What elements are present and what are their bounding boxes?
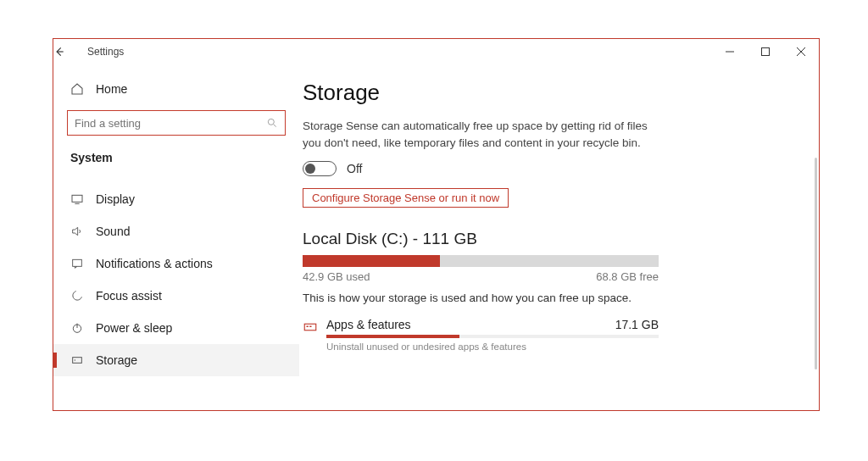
sidebar-item-power-sleep[interactable]: Power & sleep	[53, 312, 299, 344]
storage-sense-description: Storage Sense can automatically free up …	[303, 118, 650, 153]
storage-category-apps-features[interactable]: Apps & features 17.1 GB Uninstall unused…	[303, 318, 659, 352]
disk-stats: 42.9 GB used 68.8 GB free	[303, 270, 659, 283]
settings-window: Settings Home System	[53, 38, 820, 411]
notifications-icon	[70, 257, 89, 270]
scrollbar[interactable]	[815, 158, 817, 369]
window-title: Settings	[87, 46, 124, 58]
category-bar-fill	[326, 335, 459, 338]
home-icon	[70, 82, 89, 96]
sidebar-item-storage[interactable]: Storage	[53, 344, 299, 376]
disk-usage-fill	[303, 255, 440, 267]
apps-features-icon	[303, 318, 326, 335]
category-subtitle: Uninstall unused or undesired apps & fea…	[326, 342, 659, 352]
maximize-button[interactable]	[748, 39, 783, 64]
sidebar-item-label: Sound	[89, 225, 130, 238]
back-button[interactable]	[53, 46, 87, 58]
page-title: Storage	[303, 80, 793, 106]
focus-assist-icon	[70, 289, 89, 303]
minimize-button[interactable]	[712, 39, 748, 64]
window-controls	[712, 39, 819, 64]
disk-used-label: 42.9 GB used	[303, 270, 370, 283]
svg-rect-15	[307, 325, 309, 327]
sidebar-item-label: Power & sleep	[89, 321, 172, 335]
display-icon	[70, 192, 89, 206]
sound-icon	[70, 225, 89, 238]
main-content: Storage Storage Sense can automatically …	[299, 64, 819, 410]
sidebar: Home System Display Sound	[53, 64, 299, 410]
configure-storage-sense-link[interactable]: Configure Storage Sense or run it now	[303, 188, 509, 208]
search-icon	[266, 117, 278, 129]
disk-free-label: 68.8 GB free	[596, 270, 659, 283]
category-bar	[326, 335, 659, 338]
svg-rect-12	[73, 358, 82, 364]
back-icon	[53, 46, 65, 58]
sidebar-item-focus-assist[interactable]: Focus assist	[53, 280, 299, 312]
svg-line-6	[274, 125, 276, 127]
search-box[interactable]	[67, 110, 286, 136]
window-body: Home System Display Sound	[53, 64, 819, 410]
sidebar-section-title: System	[53, 146, 299, 173]
svg-rect-9	[73, 259, 82, 266]
svg-rect-16	[309, 325, 311, 327]
titlebar: Settings	[53, 39, 819, 64]
disk-usage-bar	[303, 255, 659, 267]
storage-sense-toggle[interactable]	[303, 161, 337, 176]
disk-usage-description: This is how your storage is used and how…	[303, 292, 793, 304]
storage-sense-toggle-row: Off	[303, 161, 793, 176]
category-size: 17.1 GB	[615, 318, 659, 331]
svg-point-13	[75, 359, 75, 360]
power-icon	[70, 321, 89, 335]
svg-point-5	[268, 119, 274, 125]
sidebar-item-home[interactable]: Home	[53, 73, 299, 105]
sidebar-item-label: Focus assist	[89, 289, 162, 303]
search-input[interactable]	[75, 117, 266, 130]
category-name: Apps & features	[326, 318, 411, 331]
toggle-state-label: Off	[347, 162, 362, 175]
storage-icon	[70, 353, 89, 367]
toggle-knob	[305, 164, 315, 174]
sidebar-item-label: Notifications & actions	[89, 257, 213, 270]
disk-title: Local Disk (C:) - 111 GB	[303, 230, 793, 248]
sidebar-item-label: Display	[89, 192, 135, 206]
svg-rect-7	[72, 195, 82, 202]
svg-rect-2	[762, 48, 770, 56]
close-button[interactable]	[783, 39, 819, 64]
sidebar-item-display[interactable]: Display	[53, 183, 299, 215]
sidebar-item-sound[interactable]: Sound	[53, 215, 299, 247]
sidebar-item-label: Storage	[89, 353, 137, 367]
sidebar-item-label: Home	[89, 82, 127, 96]
sidebar-item-notifications[interactable]: Notifications & actions	[53, 247, 299, 280]
